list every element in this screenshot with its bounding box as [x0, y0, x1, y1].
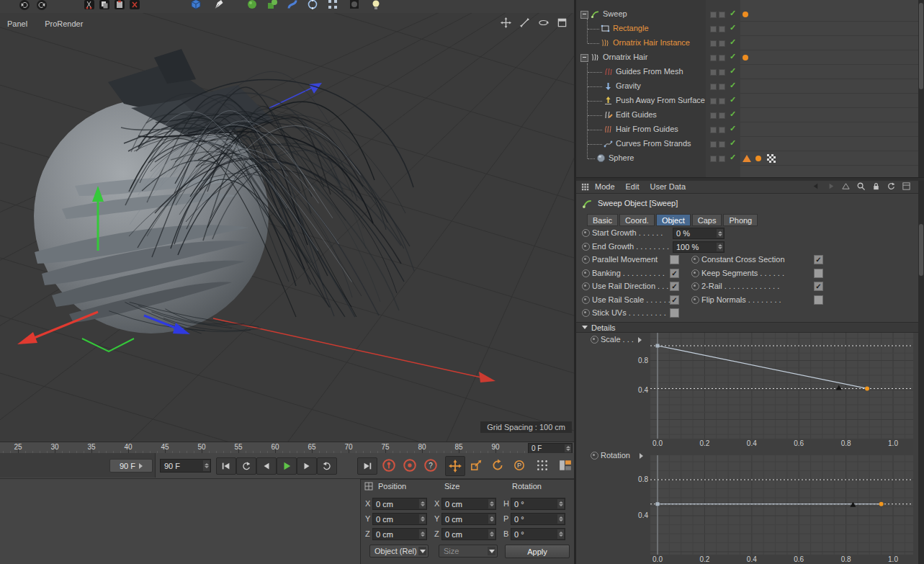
parallel-movement-checkbox[interactable] [670, 255, 679, 264]
coord-field-size-y[interactable]: 0 cm [441, 513, 496, 525]
material-icon[interactable] [347, 0, 362, 13]
object-label[interactable]: Curves From Strands [616, 139, 691, 148]
coord-field-rotation-p[interactable]: 0 ° [511, 513, 565, 525]
keep-segments-checkbox[interactable] [814, 269, 823, 278]
apply-button[interactable]: Apply [505, 545, 570, 558]
object-row-ornatrix-hair[interactable]: Ornatrix Hair✓ [576, 50, 918, 65]
copy-icon[interactable] [97, 0, 112, 13]
editor-visibility-dot[interactable] [710, 84, 717, 90]
coord-spinner[interactable] [419, 529, 426, 539]
layout-button[interactable] [556, 456, 575, 475]
frame-end-spinner[interactable] [565, 444, 571, 452]
use-rail-scale-anim-dot[interactable] [582, 296, 590, 304]
object-row-sphere[interactable]: Sphere✓ [576, 151, 918, 166]
stick-uvs-anim-dot[interactable] [582, 309, 590, 317]
object-row-edit-guides[interactable]: Edit Guides✓ [576, 108, 918, 122]
object-row-push-away-from-surface[interactable]: Push Away From Surface✓ [576, 94, 918, 108]
render-visibility-dot[interactable] [719, 98, 725, 104]
viewport-3d[interactable]: Panel ProRender Grid Spacing : 100 cm [0, 13, 574, 442]
autokey-button[interactable] [401, 457, 418, 474]
cut-icon[interactable] [82, 0, 97, 13]
coord-field-rotation-h[interactable]: 0 ° [511, 498, 565, 510]
start-growth-anim-dot[interactable] [582, 229, 590, 237]
orange-tag-icon[interactable] [743, 55, 748, 61]
use-rail-direction-anim-dot[interactable] [582, 282, 590, 290]
delete-icon[interactable] [127, 0, 142, 13]
2-rail-checkbox[interactable]: ✓ [814, 282, 823, 291]
editor-visibility-dot[interactable] [710, 112, 717, 119]
move-tool-button[interactable] [445, 456, 465, 476]
expand-collapse-box[interactable] [580, 11, 588, 19]
next-frame-button[interactable] [297, 457, 317, 475]
object-label[interactable]: Guides From Mesh [616, 67, 683, 76]
editor-visibility-dot[interactable] [710, 69, 717, 76]
coord-spinner[interactable] [557, 514, 564, 524]
coord-spinner[interactable] [557, 529, 564, 539]
orange-tag-icon[interactable] [743, 12, 748, 17]
use-rail-direction-checkbox[interactable]: ✓ [670, 282, 679, 291]
orange-tag-icon[interactable] [755, 156, 761, 161]
scale-curve-graph[interactable]: 0.00.20.40.60.81.00.80.4 [637, 333, 913, 447]
record-keyframe-button[interactable] [380, 457, 398, 474]
expand-collapse-box[interactable] [580, 54, 588, 62]
generator-icon[interactable] [265, 0, 279, 13]
timeline-scrubber[interactable]: 90 F [0, 453, 156, 478]
coord-spinner[interactable] [419, 499, 426, 509]
primitive-icon[interactable] [245, 0, 259, 13]
rotation-curve-graph[interactable]: 0.00.20.40.60.81.00.80.4 [637, 455, 913, 564]
goto-end-button[interactable] [357, 457, 377, 475]
enabled-check-icon[interactable]: ✓ [730, 95, 736, 104]
object-row-curves-from-strands[interactable]: Curves From Strands✓ [576, 137, 918, 151]
zoom-view-icon[interactable] [519, 17, 531, 29]
coord-field-size-z[interactable]: 0 cm [441, 528, 496, 540]
render-visibility-dot[interactable] [719, 112, 725, 119]
object-label[interactable]: Gravity [616, 81, 641, 90]
coord-spinner[interactable] [488, 514, 495, 524]
keep-segments-anim-dot[interactable] [691, 269, 699, 277]
banking-anim-dot[interactable] [582, 269, 590, 277]
editor-visibility-dot[interactable] [710, 40, 717, 47]
editor-visibility-dot[interactable] [710, 55, 717, 61]
editor-visibility-dot[interactable] [710, 12, 717, 18]
editor-visibility-dot[interactable] [710, 26, 717, 32]
start-growth-field[interactable]: 0 % [673, 228, 725, 239]
frame-end-field[interactable]: 0 F [528, 443, 573, 454]
current-frame-spinner[interactable] [203, 460, 210, 471]
start-growth-spinner[interactable] [717, 229, 723, 238]
object-label[interactable]: Edit Guides [616, 110, 657, 119]
flip-normals-checkbox[interactable] [814, 295, 823, 305]
array-icon[interactable] [326, 0, 340, 13]
constant-cross-section-checkbox[interactable]: ✓ [814, 255, 823, 264]
enabled-check-icon[interactable]: ✓ [730, 138, 736, 148]
rotation-anim-dot[interactable] [591, 452, 598, 460]
redo-icon[interactable] [35, 0, 49, 13]
coord-field-position-z[interactable]: 0 cm [372, 528, 427, 540]
end-growth-spinner[interactable] [717, 243, 723, 251]
play-reverse-button[interactable] [236, 457, 256, 475]
object-row-hair-from-guides[interactable]: Hair From Guides✓ [576, 122, 918, 137]
object-row-sweep[interactable]: Sweep✓ [576, 7, 918, 22]
flip-normals-anim-dot[interactable] [691, 296, 699, 304]
object-row-gravity[interactable]: Gravity✓ [576, 79, 918, 94]
enabled-check-icon[interactable]: ✓ [730, 37, 736, 47]
viewport-canvas[interactable] [0, 13, 574, 442]
enabled-check-icon[interactable]: ✓ [730, 9, 736, 18]
object-rel--dropdown[interactable]: Object (Rel) [369, 545, 429, 558]
paste-icon[interactable] [112, 0, 127, 13]
enabled-check-icon[interactable]: ✓ [730, 52, 736, 61]
rotate-tool-button[interactable] [488, 456, 507, 475]
banking-checkbox[interactable]: ✓ [670, 269, 679, 278]
coord-system-button[interactable]: P [510, 456, 529, 475]
object-row-guides-from-mesh[interactable]: Guides From Mesh✓ [576, 65, 918, 79]
render-visibility-dot[interactable] [719, 84, 725, 90]
object-label[interactable]: Rectangle [613, 24, 649, 32]
menu-panel[interactable]: Panel [7, 19, 27, 28]
object-manager-scrollbar[interactable] [918, 0, 924, 177]
play-button[interactable] [277, 457, 297, 475]
light-icon[interactable] [369, 0, 383, 13]
object-row-ornatrix-hair-instance[interactable]: Ornatrix Hair Instance✓ [576, 36, 918, 50]
orbit-view-icon[interactable] [538, 17, 550, 29]
use-rail-scale-checkbox[interactable]: ✓ [670, 295, 679, 305]
keyframe-options-button[interactable]: ? [422, 457, 439, 474]
deformer-icon[interactable] [285, 0, 300, 13]
